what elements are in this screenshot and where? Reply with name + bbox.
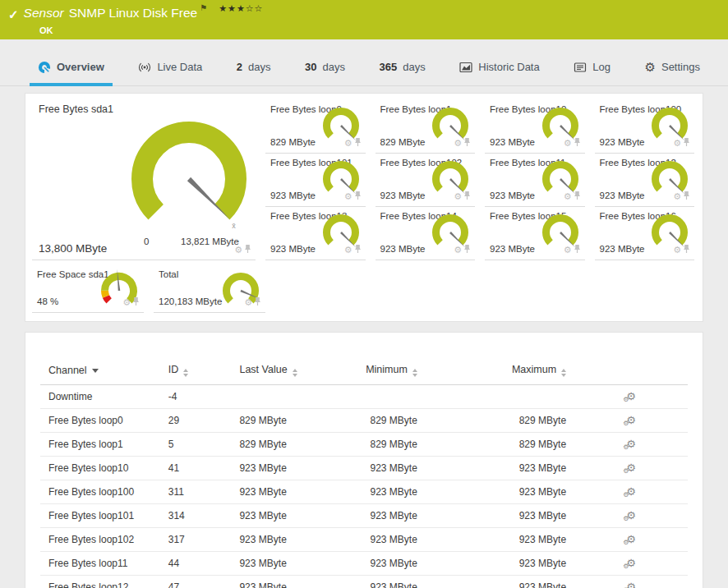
cell-last-value: 923 MByte [231, 457, 338, 480]
sort-icon [412, 369, 417, 377]
table-row[interactable]: Free Bytes loop10 41 923 MByte 923 MByte… [40, 457, 688, 480]
pin-icon[interactable] [354, 189, 362, 204]
tab-2-days[interactable]: 2days [228, 48, 279, 85]
pin-icon[interactable] [683, 136, 690, 150]
gear-icon[interactable]: ⚙ [564, 246, 572, 255]
gauge-cell: Free Bytes loop1 829 MByte ⚙ [376, 100, 476, 154]
cell-channel: Free Bytes loop10 [40, 457, 160, 480]
cell-minimum: 829 MByte [338, 409, 425, 433]
channel-settings-icon[interactable]: ⚙⚙ [626, 439, 636, 449]
channel-settings-icon[interactable]: ⚙⚙ [626, 510, 636, 521]
channel-settings-icon[interactable]: ⚙⚙ [626, 581, 636, 588]
gear-icon[interactable]: ⚙ [454, 246, 462, 255]
tab-30-days[interactable]: 30days [297, 48, 353, 85]
gauge-value: 923 MByte [270, 191, 316, 200]
pin-icon[interactable] [354, 242, 362, 257]
gear-icon[interactable]: ⚙ [122, 298, 131, 307]
gear-icon[interactable]: ⚙ [454, 192, 462, 201]
tab-settings[interactable]: ⚙Settings [637, 48, 708, 85]
gauge-value: 13,800 MByte [39, 242, 107, 255]
col-header-minimum[interactable]: Minimum [338, 357, 425, 385]
pin-icon[interactable] [254, 295, 261, 310]
cell-id: 47 [160, 576, 232, 588]
gear-icon[interactable]: ⚙ [564, 139, 572, 148]
table-row[interactable]: Downtime -4 ⚙⚙ [40, 385, 688, 409]
col-header-channel[interactable]: Channel [40, 357, 160, 385]
gear-icon[interactable]: ⚙ [673, 139, 681, 148]
cell-maximum [426, 385, 574, 409]
channel-settings-icon[interactable]: ⚙⚙ [626, 558, 636, 568]
pin-icon[interactable] [463, 189, 471, 204]
gear-icon[interactable]: ⚙ [344, 139, 352, 148]
pin-icon[interactable] [683, 189, 690, 204]
table-row[interactable]: Free Bytes loop0 29 829 MByte 829 MByte … [40, 409, 688, 433]
tab-live-data[interactable]: Live Data [130, 48, 210, 85]
sort-icon [561, 369, 566, 377]
pin-icon[interactable] [463, 242, 471, 257]
gauge-cell: Free Bytes loop102 923 MByte ⚙ [376, 154, 476, 207]
gauge-cell: Free Bytes loop10 923 MByte ⚙ [485, 100, 585, 154]
priority-stars[interactable]: ★★★☆☆ [219, 3, 263, 14]
cell-minimum: 829 MByte [338, 433, 425, 457]
gauge-value: 923 MByte [490, 137, 535, 147]
table-row[interactable]: Free Bytes loop101 314 923 MByte 923 MBy… [40, 504, 688, 528]
gear-icon[interactable]: ⚙ [454, 139, 462, 148]
gear-icon[interactable]: ⚙ [344, 246, 352, 255]
col-header-maximum[interactable]: Maximum [426, 357, 574, 385]
gear-icon[interactable]: ⚙ [244, 298, 252, 307]
gauge-dial [218, 269, 264, 317]
gauge-cell: Free Bytes loop12 923 MByte ⚙ [595, 154, 695, 207]
channel-settings-icon[interactable]: ⚙⚙ [626, 415, 636, 425]
gear-icon[interactable]: ⚙ [344, 192, 352, 201]
pin-icon[interactable] [354, 136, 362, 150]
table-row[interactable]: Free Bytes loop11 44 923 MByte 923 MByte… [40, 552, 688, 576]
gauge-cell: Free Bytes loop15 923 MByte ⚙ [485, 207, 585, 260]
gauges-panel: Free Bytes sda1 x̄ 0 13,821 MByte 13,800… [25, 93, 703, 322]
tab-log[interactable]: Log [565, 48, 619, 85]
gauge-value: 923 MByte [490, 244, 535, 254]
cell-channel: Free Bytes loop1 [40, 433, 160, 457]
status-check-icon: ✓ [8, 7, 19, 22]
pin-icon[interactable] [244, 242, 251, 257]
pin-icon[interactable] [574, 136, 581, 150]
channel-settings-icon[interactable]: ⚙⚙ [626, 534, 636, 544]
gear-icon[interactable]: ⚙ [234, 246, 242, 255]
sort-icon [183, 369, 188, 377]
cell-channel: Free Bytes loop0 [40, 409, 160, 433]
cell-minimum: 923 MByte [338, 457, 425, 480]
table-row[interactable]: Free Bytes loop12 47 923 MByte 923 MByte… [40, 576, 688, 588]
gear-icon[interactable]: ⚙ [564, 192, 572, 201]
gear-icon[interactable]: ⚙ [673, 192, 681, 201]
cell-minimum: 923 MByte [338, 552, 425, 576]
pin-icon[interactable] [683, 242, 690, 257]
tab-historic-data[interactable]: Historic Data [451, 48, 547, 85]
cell-minimum [338, 385, 425, 409]
main-gauge-dial: x̄ [111, 112, 267, 248]
bottom-gauges-row: Free Space sda1 48 % ⚙ Total 120,183 MBy… [32, 265, 694, 313]
gear-icon[interactable]: ⚙ [673, 246, 681, 255]
pin-icon[interactable] [463, 136, 471, 150]
channel-settings-icon[interactable]: ⚙⚙ [626, 391, 636, 402]
gauge-scale-max: 13,821 MByte [181, 237, 239, 246]
pin-icon[interactable] [132, 295, 140, 310]
col-header-last-value[interactable]: Last Value [231, 357, 338, 385]
gauge-value: 923 MByte [270, 244, 316, 254]
table-row[interactable]: Free Bytes loop100 311 923 MByte 923 MBy… [40, 480, 688, 504]
col-header-id[interactable]: ID [160, 357, 232, 385]
pin-icon[interactable] [574, 189, 581, 204]
gear-icon: ⚙ [645, 61, 656, 73]
cell-maximum: 829 MByte [426, 409, 574, 433]
sort-desc-icon [92, 369, 99, 373]
tab-overview[interactable]: Overview [30, 48, 113, 85]
gauge-value: 923 MByte [600, 244, 645, 254]
channel-settings-icon[interactable]: ⚙⚙ [626, 486, 636, 497]
table-row[interactable]: Free Bytes loop102 317 923 MByte 923 MBy… [40, 528, 688, 552]
flag-icon[interactable]: ⚑ [200, 3, 207, 12]
pin-icon[interactable] [574, 242, 581, 257]
cell-maximum: 923 MByte [426, 552, 574, 576]
cell-id: -4 [160, 385, 232, 409]
channel-settings-icon[interactable]: ⚙⚙ [626, 462, 636, 473]
cell-channel: Free Bytes loop101 [40, 504, 160, 528]
tab-365-days[interactable]: 365days [371, 48, 434, 85]
table-row[interactable]: Free Bytes loop1 5 829 MByte 829 MByte 8… [40, 433, 688, 457]
